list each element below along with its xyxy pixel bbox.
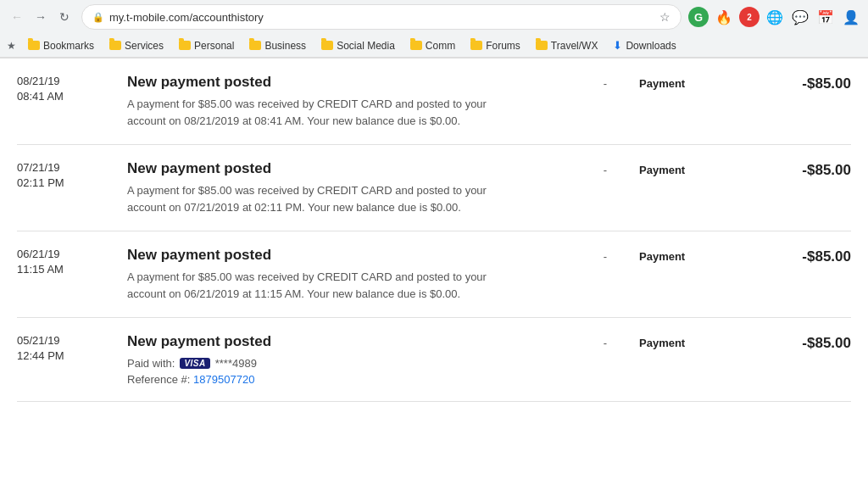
comm-folder-icon [410, 41, 422, 50]
transaction-title: New payment posted [127, 74, 554, 91]
transaction-detail: New payment posted A payment for $85.00 … [127, 160, 571, 215]
transaction-type: Payment [639, 333, 766, 349]
browser-extension-icons: G 🔥 2 🌐 💬 📅 👤 [688, 7, 861, 27]
bookmark-item-services[interactable]: Services [103, 38, 170, 53]
personal-label: Personal [194, 40, 234, 52]
transaction-dash: - [571, 74, 639, 90]
travel-label: Travel/WX [551, 40, 598, 52]
extension-fire-icon[interactable]: 🔥 [714, 7, 734, 27]
paid-with-label: Paid with: [127, 357, 175, 370]
transaction-description: A payment for $85.00 was received by CRE… [127, 182, 492, 215]
business-folder-icon [249, 41, 261, 50]
personal-folder-icon [179, 41, 191, 50]
bookmark-item-business[interactable]: Business [242, 38, 313, 53]
extension-globe-icon[interactable]: 🌐 [765, 7, 785, 27]
forums-folder-icon [470, 41, 482, 50]
travel-folder-icon [536, 41, 548, 50]
extension-calendar-icon[interactable]: 📅 [815, 7, 836, 27]
table-row: 06/21/19 11:15 AM New payment posted A p… [17, 231, 851, 318]
forums-label: Forums [486, 40, 520, 52]
bookmarks-bar: ★ Bookmarks Services Personal Business S… [0, 34, 868, 58]
bookmark-item-forums[interactable]: Forums [464, 38, 527, 53]
bookmark-item-bookmarks[interactable]: Bookmarks [21, 38, 101, 53]
transaction-dash: - [571, 333, 639, 349]
services-label: Services [125, 40, 164, 52]
browser-chrome: ← → ↻ 🔒 my.t-mobile.com/accounthistory ☆… [0, 0, 868, 59]
url-text: my.t-mobile.com/accounthistory [109, 11, 651, 24]
comm-label: Comm [426, 40, 455, 52]
transaction-date: 06/21/19 11:15 AM [17, 247, 127, 277]
transaction-description: A payment for $85.00 was received by CRE… [127, 269, 492, 302]
back-button[interactable]: ← [7, 7, 27, 27]
downloads-icon: ⬇ [613, 39, 622, 52]
transaction-dash: - [571, 160, 639, 176]
transaction-title: New payment posted [127, 160, 554, 177]
bookmark-item-personal[interactable]: Personal [172, 38, 241, 53]
transaction-title: New payment posted [127, 333, 554, 350]
transaction-dash: - [571, 247, 639, 263]
address-bar[interactable]: 🔒 my.t-mobile.com/accounthistory ☆ [81, 4, 682, 30]
table-row: 05/21/19 12:44 PM New payment posted Pai… [17, 318, 851, 402]
bookmarks-folder-icon [28, 41, 40, 50]
transaction-amount: -$85.00 [766, 247, 851, 265]
transaction-date: 05/21/19 12:44 PM [17, 333, 127, 364]
services-folder-icon [109, 41, 121, 50]
profile-icon[interactable]: 👤 [841, 7, 861, 27]
visa-badge: VISA [180, 358, 209, 369]
paid-with-row: Paid with: VISA ****4989 [127, 357, 554, 370]
business-label: Business [264, 40, 306, 52]
transaction-description: A payment for $85.00 was received by CRE… [127, 96, 492, 129]
extension-chat-icon[interactable]: 💬 [790, 7, 810, 27]
social-media-label: Social Media [337, 40, 395, 52]
google-account-icon[interactable]: G [688, 7, 709, 27]
downloads-label: Downloads [626, 40, 676, 52]
transaction-type: Payment [639, 74, 766, 90]
bookmark-item-downloads[interactable]: ⬇ Downloads [606, 37, 682, 53]
bookmarks-label: Bookmarks [43, 40, 94, 52]
forward-button[interactable]: → [31, 7, 51, 27]
transaction-amount: -$85.00 [766, 74, 851, 92]
transaction-detail: New payment posted A payment for $85.00 … [127, 74, 571, 129]
social-media-folder-icon [321, 41, 333, 50]
card-last4: ****4989 [215, 357, 257, 370]
reference-label: Reference #: [127, 373, 190, 386]
transaction-amount: -$85.00 [766, 333, 851, 352]
browser-toolbar: ← → ↻ 🔒 my.t-mobile.com/accounthistory ☆… [0, 0, 868, 34]
reference-number: 1879507720 [193, 373, 254, 386]
page-content: 08/21/19 08:41 AM New payment posted A p… [0, 59, 868, 402]
transaction-title: New payment posted [127, 247, 554, 264]
transaction-detail: New payment posted Paid with: VISA ****4… [127, 333, 571, 386]
bookmark-star-icon[interactable]: ☆ [659, 10, 670, 24]
transaction-type: Payment [639, 247, 766, 263]
bookmarks-star-icon: ★ [7, 40, 16, 52]
transaction-type: Payment [639, 160, 766, 176]
lock-icon: 🔒 [92, 12, 104, 23]
bookmark-item-travel[interactable]: Travel/WX [529, 38, 605, 53]
transaction-detail: New payment posted A payment for $85.00 … [127, 247, 571, 302]
transaction-amount: -$85.00 [766, 160, 851, 179]
reload-button[interactable]: ↻ [54, 7, 75, 27]
table-row: 07/21/19 02:11 PM New payment posted A p… [17, 145, 851, 231]
bookmark-item-comm[interactable]: Comm [403, 38, 462, 53]
bookmark-item-social-media[interactable]: Social Media [314, 38, 402, 53]
nav-buttons: ← → ↻ [7, 7, 75, 27]
transaction-date: 08/21/19 08:41 AM [17, 74, 127, 104]
reference-row: Reference #: 1879507720 [127, 373, 554, 386]
table-row: 08/21/19 08:41 AM New payment posted A p… [17, 59, 851, 145]
extension-red-icon[interactable]: 2 [739, 7, 760, 27]
transaction-date: 07/21/19 02:11 PM [17, 160, 127, 191]
